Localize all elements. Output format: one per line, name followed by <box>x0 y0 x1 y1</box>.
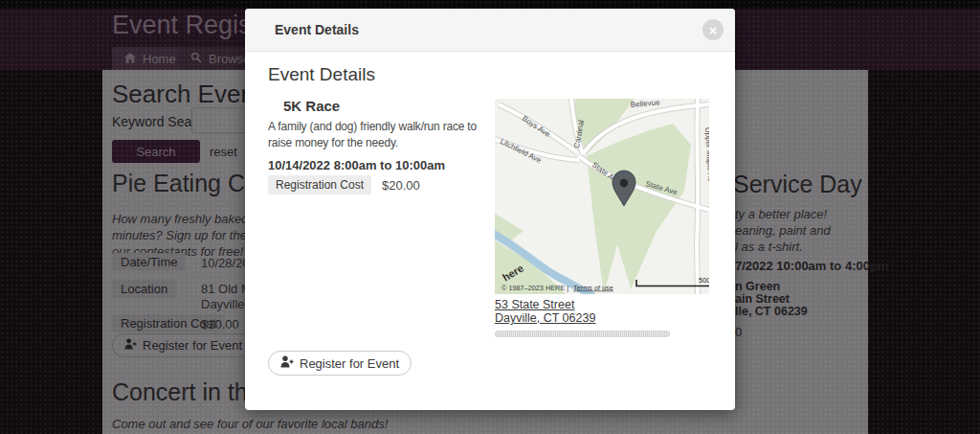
register-for-event-button-modal[interactable]: Register for Event <box>268 351 412 376</box>
terms-of-use-link[interactable]: Terms of use <box>573 284 613 292</box>
event-address: 53 State Street Dayville, CT 06239 <box>495 298 595 325</box>
screen: Event Registration Home Browse Events Se… <box>0 0 980 434</box>
close-icon[interactable]: × <box>702 19 724 40</box>
address-line1-link[interactable]: 53 State Street <box>495 298 595 311</box>
modal-header-title: Event Details <box>275 9 359 52</box>
event-details-modal: Event Details × Event Details 5K Race A … <box>245 9 735 410</box>
address-line2-link[interactable]: Dayville, CT 06239 <box>495 311 595 325</box>
event-cost-row: Registration Cost $20.00 <box>268 175 420 194</box>
map[interactable]: Boys Ave Litchfield Ave Cardinal State A… <box>495 99 709 294</box>
event-description: A family (and dog) friendly walk/run rac… <box>268 119 477 151</box>
register-button-label: Register for Event <box>300 356 399 371</box>
modal-heading: Event Details <box>268 64 375 85</box>
event-name: 5K Race <box>283 98 340 114</box>
map-scale-label: 500 m <box>699 276 709 285</box>
map-attribution: © 1987–2023 HERE | Terms of use <box>501 284 613 292</box>
copyright-text: © 1987–2023 HERE | <box>501 284 568 292</box>
person-plus-icon <box>280 355 294 371</box>
event-datetime: 10/14/2022 8:00am to 10:00am <box>268 158 445 172</box>
registration-cost-value: $20.00 <box>382 178 420 193</box>
registration-cost-chip: Registration Cost <box>268 175 371 194</box>
horizontal-scrollbar[interactable] <box>495 331 670 337</box>
